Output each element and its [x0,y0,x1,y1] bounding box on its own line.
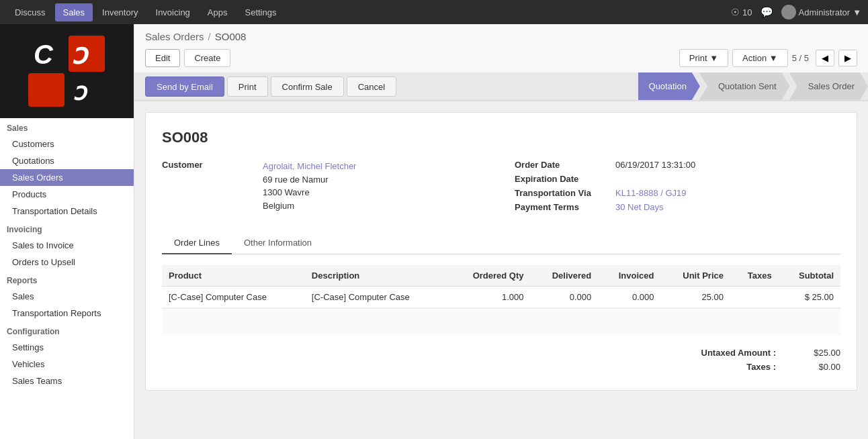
taxes-value: $0.00 [787,362,840,372]
payment-terms-label: Payment Terms [515,202,615,212]
breadcrumb-current: SO008 [215,31,247,42]
cell-subtotal: $ 25.00 [779,287,840,308]
sidebar-item-sales-orders[interactable]: Sales Orders [0,169,134,186]
sidebar-item-transportation-details[interactable]: Transportation Details [0,203,134,220]
nav-settings[interactable]: Settings [236,3,284,21]
edit-button[interactable]: Edit [145,49,180,67]
sidebar-item-sales-report[interactable]: Sales [0,288,134,305]
pipeline-step-quotation-sent[interactable]: Quotation Sent [699,72,790,100]
notification-area[interactable]: ☉ 10 [731,7,752,17]
user-name: Administrator [799,7,851,17]
content-header: Sales Orders / SO008 Edit Create Print ▼… [134,24,868,101]
col-taxes: Taxes [730,265,779,287]
sidebar-item-transportation-reports[interactable]: Transportation Reports [0,305,134,322]
nav-sales[interactable]: Sales [55,3,93,21]
order-lines-table: Product Description Ordered Qty Delivere… [162,265,840,308]
topbar: Discuss Sales Inventory Invoicing Apps S… [0,0,868,24]
sidebar-item-quotations[interactable]: Quotations [0,152,134,169]
customer-label: Customer [162,160,263,170]
tab-other-information[interactable]: Other Information [232,232,324,254]
col-description: Description [305,265,448,287]
cell-invoiced: 0.000 [598,287,660,308]
prev-button[interactable]: ◀ [816,50,834,66]
document-title: SO008 [162,129,840,146]
sidebar-item-sales-teams[interactable]: Sales Teams [0,373,134,389]
customer-address-line1: 69 rue de Namur [263,173,356,187]
table-header-row: Product Description Ordered Qty Delivere… [162,265,840,287]
cell-unit-price: 25.00 [661,287,730,308]
col-subtotal: Subtotal [779,265,840,287]
payment-terms-value[interactable]: 30 Net Days [615,202,664,212]
order-date-label: Order Date [515,160,615,170]
svg-text:ↄ: ↄ [71,38,89,70]
action-chevron-icon: ▼ [769,53,778,63]
user-avatar-icon [781,5,796,19]
cell-ordered-qty: 1.000 [448,287,531,308]
expiration-date-field: Expiration Date [515,174,840,184]
transportation-via-value[interactable]: KL11-8888 / GJ19 [615,188,687,198]
status-pipeline: Quotation Quotation Sent Sales Order [639,72,868,100]
customer-address-line3: Belgium [263,199,356,213]
action-dropdown-button[interactable]: Action ▼ [732,49,788,67]
send-email-button[interactable]: Send by Email [145,77,224,97]
print-button[interactable]: Print [227,77,268,97]
col-ordered-qty: Ordered Qty [448,265,531,287]
totals-table: Untaxed Amount : $25.00 Taxes : $0.00 [701,346,840,374]
topbar-nav: Discuss Sales Inventory Invoicing Apps S… [7,3,284,21]
field-group-right: Order Date 06/19/2017 13:31:00 Expiratio… [501,160,840,216]
nav-inventory[interactable]: Inventory [94,3,146,21]
toolbar-row: Edit Create Print ▼ Action ▼ 5 / 5 ◀ ▶ [134,46,868,72]
sidebar-invoicing-title: Invoicing [0,220,134,237]
nav-invoicing[interactable]: Invoicing [148,3,198,21]
sidebar-sales-title: Sales [0,118,134,136]
confirm-sale-button[interactable]: Confirm Sale [271,77,344,97]
user-menu-chevron: ▼ [853,7,861,17]
expiration-date-label: Expiration Date [515,174,615,184]
create-button[interactable]: Create [184,49,230,67]
cancel-button[interactable]: Cancel [347,77,396,97]
customer-address: Agrolait, Michel Fletcher 69 rue de Namu… [263,160,356,212]
pipeline-step-sales-order[interactable]: Sales Order [789,72,868,100]
nav-apps[interactable]: Apps [200,3,236,21]
order-date-field: Order Date 06/19/2017 13:31:00 [515,160,840,170]
sidebar-item-orders-to-upsell[interactable]: Orders to Upsell [0,254,134,271]
nav-discuss[interactable]: Discuss [7,3,54,21]
breadcrumb-parent[interactable]: Sales Orders [145,31,204,42]
sidebar-item-products[interactable]: Products [0,186,134,203]
order-date-value: 06/19/2017 13:31:00 [615,160,695,170]
document-card: SO008 Customer Agrolait, Michel Fletcher… [145,112,857,391]
payment-terms-field: Payment Terms 30 Net Days [515,202,840,212]
field-group-left: Customer Agrolait, Michel Fletcher 69 ru… [162,160,501,216]
sidebar-item-sales-to-invoice[interactable]: Sales to Invoice [0,237,134,254]
col-product: Product [162,265,305,287]
status-bar: Send by Email Print Confirm Sale Cancel … [134,72,868,101]
user-menu[interactable]: Administrator ▼ [781,5,861,19]
sidebar-item-customers[interactable]: Customers [0,136,134,152]
totals-section: Untaxed Amount : $25.00 Taxes : $0.00 [162,346,840,374]
sidebar-reports-title: Reports [0,271,134,288]
sidebar-config-title: Configuration [0,322,134,339]
sidebar: C ↄ ↄ Sales Customers Quotations Sales O… [0,24,134,439]
print-dropdown-button[interactable]: Print ▼ [679,49,728,67]
customer-name-link[interactable]: Agrolait, Michel Fletcher [263,160,356,173]
taxes-row: Taxes : $0.00 [701,360,840,374]
tab-order-lines[interactable]: Order Lines [162,232,232,254]
add-row-area [162,308,840,335]
svg-rect-4 [28,73,64,107]
notification-count: 10 [742,7,752,17]
main-layout: C ↄ ↄ Sales Customers Quotations Sales O… [0,24,868,439]
pipeline-step-quotation[interactable]: Quotation [638,72,700,100]
sidebar-item-vehicles[interactable]: Vehicles [0,356,134,373]
transportation-via-label: Transportation Via [515,188,615,198]
cell-product: [C-Case] Computer Case [162,287,305,308]
chat-icon-area[interactable]: 💬 [761,6,773,18]
col-unit-price: Unit Price [661,265,730,287]
print-chevron-icon: ▼ [709,53,718,63]
table-row[interactable]: [C-Case] Computer Case [C-Case] Computer… [162,287,840,308]
sidebar-item-settings[interactable]: Settings [0,339,134,356]
chat-icon: 💬 [761,6,773,18]
next-button[interactable]: ▶ [838,50,857,66]
untaxed-amount-value: $25.00 [787,348,840,358]
sidebar-logo: C ↄ ↄ [0,24,134,118]
breadcrumb: Sales Orders / SO008 [134,24,868,46]
